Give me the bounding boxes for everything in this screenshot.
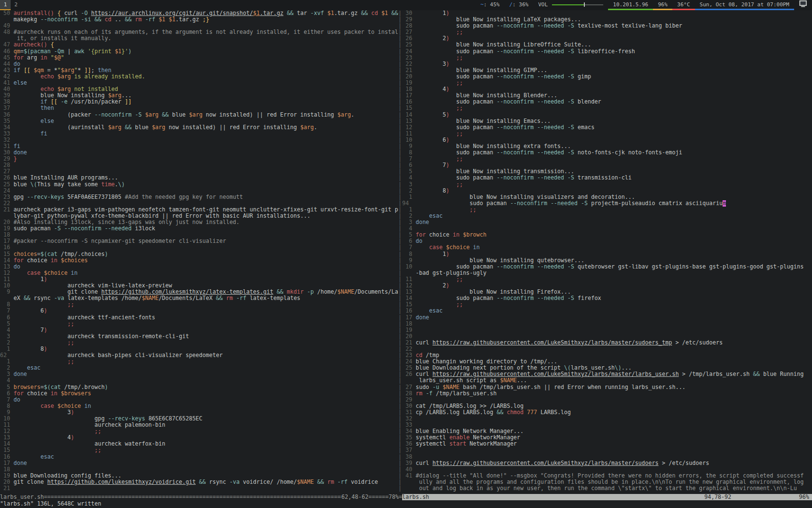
code-line[interactable]: 26 2) <box>402 35 812 42</box>
code-line[interactable]: 19 sudo pacman -S --noconfirm --needed i… <box>0 225 398 232</box>
code-line[interactable]: 13 blue Now installing Firefox... <box>402 289 812 295</box>
code-line[interactable]: lybar-git python-pywal xfce-theme-blackb… <box>0 213 398 219</box>
code-line[interactable]: 2 esac <box>402 213 812 219</box>
code-line[interactable]: 5 browsers=$(cat /tmp/.browch) <box>0 384 398 390</box>
code-line[interactable]: 36 systemctl start NetworkManager <box>402 441 812 447</box>
code-line[interactable]: 3 done <box>402 219 812 225</box>
pane-separator[interactable]: | | | | | | | | | | | | | | | | | | | | … <box>398 10 402 494</box>
workspace-tag-2[interactable]: 2 <box>11 0 21 10</box>
code-line[interactable]: 41 else <box>0 80 398 86</box>
code-line[interactable]: 31 fi <box>0 143 398 149</box>
code-line[interactable]: 7 case $choice in <box>402 244 812 251</box>
code-line[interactable]: 8 ;; <box>0 301 398 308</box>
code-line[interactable]: 28 sudo pacman --noconfirm --needed -S t… <box>402 23 812 29</box>
code-line[interactable]: out and log back in as your new user, th… <box>402 485 812 492</box>
code-line[interactable]: 7 do <box>0 397 398 403</box>
code-line[interactable]: 6 aurcheck ttf-ancient-fonts <box>0 314 398 321</box>
code-line[interactable]: 47 aurcheck() { <box>0 42 398 48</box>
code-line[interactable]: 13 blue Now installing Emacs... <box>402 118 812 124</box>
code-line[interactable]: 29 blue Now installing LaTeX packages... <box>402 16 812 23</box>
code-line[interactable]: 40 <box>402 466 812 473</box>
code-line[interactable]: 4 7) <box>0 327 398 333</box>
code-line[interactable]: 9 blue Now installing extra fonts... <box>402 143 812 149</box>
code-line[interactable]: 14 for choice in $choices <box>0 257 398 264</box>
code-line[interactable]: 7 ;; <box>402 156 812 162</box>
code-line[interactable]: 1 ;; <box>0 359 398 365</box>
code-line[interactable]: 36 (packer --noconfirm -S $arg && blue $… <box>0 112 398 118</box>
code-line[interactable]: 8 case $choice in <box>0 403 398 409</box>
code-line[interactable]: 8 1) <box>402 251 812 257</box>
code-line[interactable]: 29 <box>402 397 812 403</box>
code-line[interactable]: 18 <box>402 321 812 327</box>
code-line[interactable]: 1 8) <box>0 346 398 352</box>
code-line[interactable]: 23 cd /tmp <box>402 352 812 359</box>
code-line[interactable]: 13 4) <box>0 434 398 441</box>
code-line[interactable]: 5 blue Now installing transmission... <box>402 168 812 175</box>
code-line[interactable]: 30 1) <box>402 10 812 16</box>
code-line[interactable]: 22 <box>402 346 812 352</box>
code-line[interactable]: 6 for choice in $browsers <box>0 390 398 397</box>
code-line[interactable]: 15 ;; <box>402 105 812 111</box>
volume-slider-thumb[interactable] <box>584 2 585 7</box>
code-line[interactable]: 29 } <box>0 156 398 162</box>
code-line[interactable]: 15 ;; <box>402 301 812 308</box>
code-line-current[interactable]: 62 aurcheck bash-pipes cli-visualizer sp… <box>0 352 398 359</box>
code-line[interactable]: 35 else <box>0 118 398 124</box>
code-line[interactable]: 23 gpg --recv-keys 5FAF0A6EE7371805 #Add… <box>0 194 398 200</box>
code-line[interactable]: 12 case $choice in <box>0 270 398 276</box>
code-line[interactable]: 3 done <box>0 371 398 377</box>
code-line[interactable]: 44 do <box>0 61 398 67</box>
code-line[interactable]: 19 ;; <box>402 80 812 86</box>
code-line[interactable]: 20 git clone https://github.com/lukesmit… <box>0 479 398 485</box>
code-line[interactable]: 9 git clone https://github.com/lukesmith… <box>0 289 398 295</box>
code-line[interactable]: 49 <box>0 23 398 29</box>
code-line[interactable]: ully and all the programs and configurat… <box>402 479 812 485</box>
code-line[interactable]: 25 blue Now installing LibreOffice Suite… <box>402 42 812 48</box>
code-line[interactable]: 38 <box>402 454 812 460</box>
code-line[interactable]: 33 fi <box>0 131 398 137</box>
code-line[interactable]: 21 aurcheck packer i3-gaps vim-pathogen … <box>0 207 398 213</box>
code-line[interactable]: 48 #aurcheck runs on each of its argumen… <box>0 29 398 35</box>
code-line[interactable]: 24 sudo pacman --noconfirm --needed -S l… <box>402 48 812 55</box>
code-line[interactable]: 32 <box>402 416 812 422</box>
code-line[interactable]: 30 done <box>0 149 398 156</box>
code-line[interactable]: 11 ;; <box>402 276 812 283</box>
code-line[interactable]: 2 8) <box>402 188 812 194</box>
volume-slider[interactable] <box>552 2 603 7</box>
workspace-tag-1[interactable]: 1 <box>0 0 11 10</box>
code-line[interactable]: 34 (aurinstall $arg && blue $arg now ins… <box>0 124 398 131</box>
code-line[interactable]: it, or installs it manually. <box>0 35 398 42</box>
code-line[interactable]: 45 for arg in "$@" <box>0 55 398 61</box>
code-line[interactable]: 8 sudo pacman --noconfirm --needed -S no… <box>402 149 812 156</box>
code-line[interactable]: 4 sudo pacman --noconfirm --needed -S tr… <box>402 175 812 181</box>
code-line[interactable]: 6 do <box>402 238 812 244</box>
code-line[interactable]: 18 4) <box>402 86 812 92</box>
code-line[interactable]: 34 blue Enabling Network Manager... <box>402 428 812 434</box>
code-line[interactable]: 27 sudo -u $NAME bash /tmp/larbs_user.sh… <box>402 384 812 390</box>
code-line[interactable]: 16 sudo pacman --noconfirm --needed -S b… <box>402 99 812 105</box>
code-line[interactable]: 50 aurinstall() { curl -O https://aur.ar… <box>0 10 398 16</box>
code-line[interactable]: 5 ;; <box>0 321 398 327</box>
code-line[interactable]: 12 ;; <box>0 428 398 434</box>
code-line[interactable]: 4 <box>0 377 398 384</box>
code-line[interactable]: 2 ;; <box>0 340 398 346</box>
code-line[interactable]: 14 5) <box>402 112 812 118</box>
code-line[interactable]: 13 do <box>0 264 398 270</box>
code-line[interactable]: 28 rm -f /tmp/larbs_user.sh <box>402 390 812 397</box>
code-line[interactable]: 22 3) <box>402 61 812 67</box>
code-line[interactable]: 26 blue Installing AUR programs... <box>0 175 398 181</box>
code-line[interactable]: 10 aurcheck vim-live-latex-preview <box>0 283 398 289</box>
code-line[interactable]: 27 ;; <box>402 29 812 35</box>
code-line[interactable]: 25 blue \(This may take some time.\) <box>0 181 398 188</box>
code-line[interactable]: 39 curl https://raw.githubusercontent.co… <box>402 460 812 466</box>
code-line[interactable]: 14 sudo pacman --noconfirm --needed -S f… <box>402 295 812 301</box>
code-line[interactable]: -bad gst-plugins-ugly <box>402 270 812 276</box>
code-line[interactable]: 31 cp /LARBS.log LARBS.log && chmod 777 … <box>402 409 812 416</box>
code-line[interactable]: eX && rsync -va latex-templates /home/$N… <box>0 295 398 301</box>
code-line[interactable]: 3 aurcheck transmission-remote-cli-git <box>0 333 398 340</box>
code-line[interactable]: 35 systemctl enable NetworkManager <box>402 434 812 441</box>
code-line[interactable]: 20 <box>402 333 812 340</box>
code-line[interactable]: 3 ;; <box>402 181 812 188</box>
code-line[interactable]: 18 <box>0 466 398 473</box>
code-line[interactable]: 15 ;; <box>0 447 398 453</box>
